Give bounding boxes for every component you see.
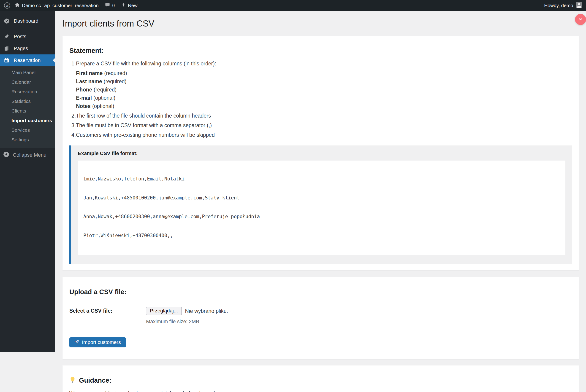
lightbulb-icon: [69, 376, 76, 384]
avatar: [576, 2, 582, 10]
csv-columns-list: First name(required) Last name(required)…: [76, 69, 572, 110]
csv-column: Phone(required): [76, 86, 572, 94]
notification-toggle-button[interactable]: [575, 14, 586, 25]
new-content-link[interactable]: New: [121, 3, 138, 8]
collapse-menu-label: Collapse Menu: [13, 152, 47, 158]
wordpress-admin-page: W Demo cc_wp_customer_reservation 0: [0, 0, 586, 392]
csv-line: Piotr,Wiśniewski,+48700300400,,: [83, 232, 560, 239]
list-item: 4. Customers with pre-existing phone num…: [71, 131, 572, 139]
new-label: New: [128, 3, 138, 8]
sidebar-item-label: Reservation: [14, 58, 41, 63]
upload-heading: Upload a CSV file:: [69, 288, 572, 296]
admin-bar: W Demo cc_wp_customer_reservation 0: [0, 0, 586, 11]
sidebar-item-label: Pages: [14, 46, 28, 52]
submenu-item-import-customers[interactable]: Import customers: [0, 116, 55, 125]
guidance-card: Guidance: We recommend that you back up …: [63, 366, 579, 392]
submenu-item-main-panel[interactable]: Main Panel: [0, 68, 55, 77]
admin-sidebar: Dashboard Posts Pages: [0, 11, 55, 352]
submenu-item-settings[interactable]: Settings: [0, 135, 55, 144]
submenu-item-statistics[interactable]: Statistics: [0, 96, 55, 106]
reservation-submenu: Main Panel Calendar Reservation Statisti…: [0, 66, 55, 148]
comment-bubble-icon: [105, 2, 110, 8]
file-select-label: Select a CSV file:: [69, 307, 146, 315]
guidance-line: We recommend that you back up your datab…: [69, 389, 572, 392]
statement-heading: Statement:: [69, 47, 572, 54]
site-name-link[interactable]: Demo cc_wp_customer_reservation: [15, 2, 99, 9]
csv-column: Notes(optional): [76, 102, 572, 110]
comments-count: 0: [112, 3, 115, 8]
statement-card: Statement: 1. Prepare a CSV file with th…: [63, 36, 579, 270]
file-input: Przeglądaj... Nie wybrano pliku.: [146, 307, 228, 316]
browse-file-button[interactable]: Przeglądaj...: [146, 307, 182, 316]
csv-line: Anna,Nowak,+48600200300,anna@example.com…: [83, 214, 560, 220]
page-title: Import clients from CSV: [63, 18, 579, 29]
import-customers-button[interactable]: Import customers: [69, 337, 126, 348]
list-item: 1. Prepare a CSV file with the following…: [71, 60, 572, 68]
submenu-item-clients[interactable]: Clients: [0, 106, 55, 116]
svg-text:W: W: [6, 4, 9, 7]
guidance-heading: Guidance:: [79, 376, 112, 384]
import-button-label: Import customers: [82, 340, 121, 345]
site-name: Demo cc_wp_customer_reservation: [22, 3, 99, 8]
main-content: Import clients from CSV Statement: 1. Pr…: [55, 11, 586, 392]
comments-link[interactable]: 0: [105, 2, 115, 8]
sidebar-item-reservation[interactable]: Reservation: [0, 54, 55, 66]
no-file-selected-text: Nie wybrano pliku.: [185, 308, 228, 314]
plus-icon: [121, 3, 126, 8]
sidebar-item-posts[interactable]: Posts: [0, 31, 55, 42]
howdy-text: Howdy, demo: [544, 3, 573, 8]
submenu-item-reservation[interactable]: Reservation: [0, 87, 55, 96]
chevron-down-icon: [577, 16, 583, 23]
sidebar-item-dashboard[interactable]: Dashboard: [0, 15, 55, 27]
file-select-row: Select a CSV file: Przeglądaj... Nie wyb…: [69, 307, 572, 316]
example-heading: Example CSV file format:: [78, 150, 565, 156]
submenu-item-calendar[interactable]: Calendar: [0, 77, 55, 87]
guidance-lines: We recommend that you back up your datab…: [69, 389, 572, 392]
sidebar-item-label: Dashboard: [14, 18, 39, 24]
statement-list: 1. Prepare a CSV file with the following…: [71, 60, 572, 139]
collapse-arrow-icon: [3, 152, 9, 159]
home-icon: [15, 2, 20, 9]
pages-icon: [3, 46, 10, 51]
sidebar-item-label: Posts: [14, 34, 26, 40]
calendar-icon: [3, 58, 10, 63]
collapse-menu-button[interactable]: Collapse Menu: [0, 150, 55, 160]
rocket-icon: [74, 339, 80, 346]
wordpress-logo-icon[interactable]: W: [4, 2, 11, 9]
csv-line: Imię,Nazwisko,Telefon,Email,Notatki: [83, 176, 560, 182]
csv-column: Last name(required): [76, 77, 572, 86]
sidebar-item-pages[interactable]: Pages: [0, 42, 55, 54]
upload-card: Upload a CSV file: Select a CSV file: Pr…: [63, 277, 579, 359]
account-menu[interactable]: Howdy, demo: [544, 2, 586, 10]
example-csv-code: Imię,Nazwisko,Telefon,Email,Notatki Jan,…: [78, 160, 565, 255]
example-csv-box: Example CSV file format: Imię,Nazwisko,T…: [69, 146, 572, 264]
max-file-size-hint: Maximum file size: 2MB: [146, 318, 572, 324]
csv-column: First name(required): [76, 69, 572, 77]
csv-line: Jan,Kowalski,+48500100200,jan@example.co…: [83, 195, 560, 201]
list-item: 3. The file must be in CSV format with a…: [71, 121, 572, 130]
dashboard-gauge-icon: [3, 18, 10, 24]
submenu-item-services[interactable]: Services: [0, 125, 55, 135]
pushpin-icon: [3, 34, 10, 39]
list-item: 2. The first row of the file should cont…: [71, 112, 572, 120]
csv-column: E-mail(optional): [76, 94, 572, 102]
